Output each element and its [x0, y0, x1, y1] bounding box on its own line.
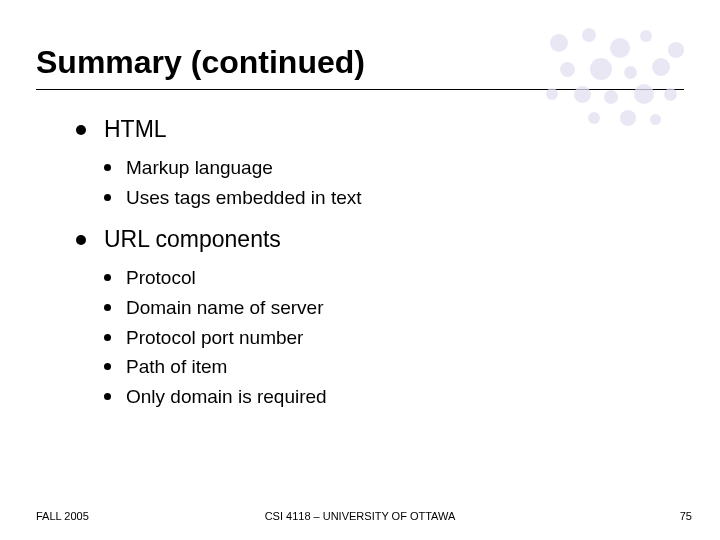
list-item: Markup language	[104, 155, 660, 181]
list-item: Domain name of server	[104, 295, 660, 321]
slide-footer: FALL 2005 CSI 4118 – UNIVERSITY OF OTTAW…	[0, 510, 720, 522]
section-html: HTML Markup language Uses tags embedded …	[76, 114, 660, 210]
list-item: Protocol	[104, 265, 660, 291]
section-heading: URL components	[104, 226, 281, 252]
section-heading: HTML	[104, 116, 167, 142]
slide-title: Summary (continued)	[36, 44, 720, 81]
list-item: Uses tags embedded in text	[104, 185, 660, 211]
slide: { "title": "Summary (continued)", "secti…	[0, 0, 720, 540]
section-url-components: URL components Protocol Domain name of s…	[76, 224, 660, 409]
list-item: Path of item	[104, 354, 660, 380]
footer-page-number: 75	[680, 510, 692, 522]
footer-left: FALL 2005	[36, 510, 89, 522]
slide-body: HTML Markup language Uses tags embedded …	[0, 90, 720, 410]
footer-center: CSI 4118 – UNIVERSITY OF OTTAWA	[0, 510, 720, 522]
list-item: Only domain is required	[104, 384, 660, 410]
list-item: Protocol port number	[104, 325, 660, 351]
